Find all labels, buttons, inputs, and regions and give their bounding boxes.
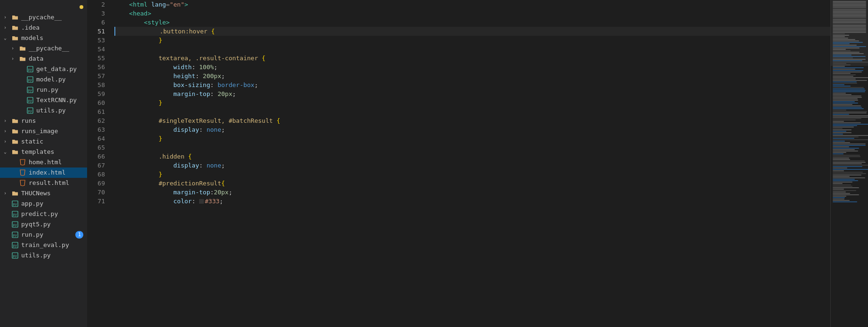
- minimap-line-extra: [833, 159, 850, 160]
- sidebar-item-get_data[interactable]: pyget_data.py: [0, 64, 87, 74]
- line-number-59: 59: [87, 89, 105, 98]
- token-t-brace: }: [159, 170, 162, 179]
- minimap-line-extra: [833, 135, 868, 136]
- sidebar-item-utils-models[interactable]: pyutils.py: [0, 105, 87, 116]
- token-t-colon: :: [192, 197, 199, 206]
- tree-label-templates: templates: [21, 147, 54, 157]
- svg-text:py: py: [28, 99, 32, 103]
- tree-label-utils-root: utils.py: [21, 250, 51, 261]
- minimap-line-extra: [833, 142, 850, 143]
- folder-icon: [11, 128, 19, 135]
- line-number-55: 55: [87, 54, 105, 63]
- code-line-54: [114, 45, 830, 54]
- minimap-line-extra: [833, 200, 850, 201]
- python-file-icon: py: [11, 200, 19, 207]
- code-line-68: }: [114, 170, 830, 179]
- minimap-line-extra: [833, 197, 845, 198]
- minimap-line-extra: [833, 87, 864, 88]
- sidebar-item-static[interactable]: ›static: [0, 136, 87, 147]
- line-number-67: 67: [87, 161, 105, 170]
- tree-label-index-html: index.html: [29, 167, 65, 178]
- sidebar-item-result-html[interactable]: result.html: [0, 178, 87, 188]
- python-file-icon: py: [26, 96, 34, 104]
- minimap-line-extra: [833, 153, 844, 154]
- minimap-line-extra: [833, 111, 867, 112]
- folder-icon: [11, 138, 19, 145]
- sidebar-item-data[interactable]: ›data: [0, 54, 87, 64]
- token-t-punct: [114, 161, 173, 170]
- token-t-property: display: [173, 125, 199, 134]
- minimap-line-extra: [833, 76, 853, 77]
- token-t-value-kw: border-box: [217, 80, 254, 89]
- sidebar-item-utils-root[interactable]: pyutils.py: [0, 250, 87, 261]
- minimap-line-extra: [833, 199, 844, 199]
- minimap-line-extra: [833, 88, 865, 89]
- tree-label-pyqt5: pyqt5.py: [21, 219, 51, 230]
- sidebar-item-index-html[interactable]: index.html: [0, 167, 87, 178]
- tree-label-train_eval: train_eval.py: [21, 240, 69, 250]
- token-t-brace: {: [262, 54, 265, 63]
- token-t-punct: [114, 18, 144, 27]
- tree-label-models: models: [21, 33, 43, 43]
- tree-arrow-pycache-models: ›: [11, 43, 19, 54]
- sidebar-item-models[interactable]: ⌄models: [0, 33, 87, 43]
- sidebar-item-app[interactable]: pyapp.py: [0, 199, 87, 209]
- sidebar-item-TextRCNN[interactable]: pyTextRCNN.py: [0, 95, 87, 105]
- tree-arrow-data: ›: [11, 54, 19, 64]
- line-number-66: 66: [87, 152, 105, 161]
- project-header[interactable]: [0, 2, 87, 12]
- minimap-line-extra: [833, 155, 860, 156]
- code-line-2: <html lang="en">: [114, 0, 830, 9]
- code-area[interactable]: <html lang="en"> <head> <style> .button:…: [111, 0, 830, 327]
- minimap-line-extra: [833, 72, 862, 72]
- svg-marker-11: [20, 170, 25, 175]
- svg-text:py: py: [13, 202, 17, 206]
- minimap-line-extra: [833, 191, 846, 192]
- token-t-tag: >: [185, 0, 188, 9]
- tree-label-model: model.py: [36, 74, 66, 85]
- minimap-line-extra: [833, 128, 843, 129]
- editor-content[interactable]: 2365153545556575859606162636465666768697…: [87, 0, 830, 327]
- token-t-class-selector: .button:hover: [160, 27, 208, 36]
- token-t-tag: <html: [129, 0, 147, 9]
- sidebar-item-model[interactable]: pymodel.py: [0, 74, 87, 85]
- minimap-line-extra: [833, 187, 859, 188]
- token-t-punct: [258, 54, 262, 63]
- sidebar-item-templates[interactable]: ⌄templates: [0, 147, 87, 157]
- sidebar-item-run[interactable]: pyrun.py: [0, 85, 87, 95]
- tree-label-run-root: run.py: [21, 230, 43, 240]
- sidebar-item-run-root[interactable]: pyrun.py1: [0, 230, 87, 240]
- minimap-line-extra: [833, 183, 843, 184]
- tree-arrow-runs_image: ›: [4, 126, 11, 136]
- code-line-70: margin-top:20px;: [114, 188, 830, 197]
- minimap-line-extra: [833, 149, 855, 150]
- folder-icon: [11, 190, 19, 197]
- sidebar-item-train_eval[interactable]: pytrain_eval.py: [0, 240, 87, 250]
- sidebar-item-idea[interactable]: ›.idea: [0, 23, 87, 33]
- minimap-line-extra: [833, 73, 851, 74]
- sidebar-item-runs_image[interactable]: ›runs_image: [0, 126, 87, 136]
- line-number-58: 58: [87, 80, 105, 89]
- token-t-punct: [114, 63, 173, 72]
- sidebar-item-THUCNews[interactable]: ›THUCNews: [0, 188, 87, 199]
- minimap-line-extra: [833, 158, 849, 159]
- token-t-value-num: 20px: [214, 188, 228, 197]
- tree-arrow-templates: ⌄: [4, 147, 11, 157]
- sidebar-item-home-html[interactable]: home.html: [0, 157, 87, 167]
- token-t-property: height: [173, 72, 195, 80]
- svg-text:py: py: [28, 88, 32, 92]
- token-t-class-selector: .hidden: [114, 152, 185, 161]
- token-t-colon: :: [210, 80, 218, 89]
- tree-arrow-idea: ›: [4, 23, 11, 33]
- minimap-line-extra: [833, 151, 858, 152]
- sidebar-item-pyqt5[interactable]: pypyqt5.py: [0, 219, 87, 230]
- sidebar-item-runs[interactable]: ›runs: [0, 116, 87, 126]
- file-tree: ›__pycache__›.idea⌄models›__pycache__›da…: [0, 12, 87, 261]
- sidebar-item-pycache-root[interactable]: ›__pycache__: [0, 12, 87, 23]
- minimap-line-extra: [833, 107, 862, 108]
- token-t-id-selector: #singleTextResult, #batchResult: [114, 116, 273, 125]
- sidebar-item-predict[interactable]: pypredict.py: [0, 209, 87, 219]
- token-t-semi: ;: [219, 197, 223, 206]
- token-t-brace: {: [276, 116, 280, 125]
- sidebar-item-pycache-models[interactable]: ›__pycache__: [0, 43, 87, 54]
